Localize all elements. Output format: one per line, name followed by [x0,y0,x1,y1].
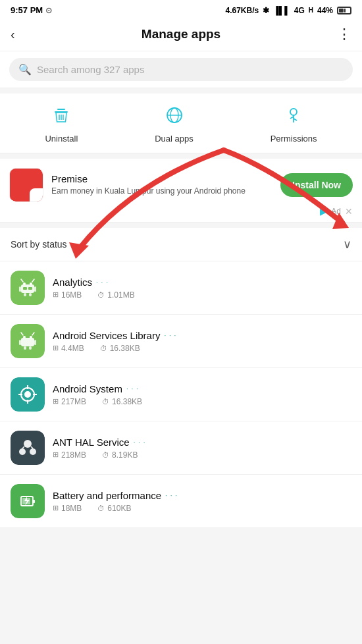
svg-line-44 [31,446,33,448]
app-cache-analytics: ⏱ 1.01MB [97,290,134,300]
svg-line-19 [21,279,23,282]
app-size-android-system: ⊞ 217MB [53,397,86,406]
svg-rect-29 [34,340,36,345]
dual-apps-icon [165,105,184,130]
ad-app-name: Premise [51,173,272,184]
svg-rect-22 [29,293,32,296]
chip-icon: ⊞ [53,504,59,512]
svg-rect-23 [23,287,27,290]
app-icon-battery-performance [11,484,45,518]
sort-dropdown-icon[interactable]: ∨ [343,237,351,252]
status-right-group: 4.67KB/s ✱ ▐▌▌ 4G H 44% [226,6,352,15]
app-size-battery-performance: ⊞ 18MB [53,504,82,513]
app-size-ant-hal: ⊞ 218MB [53,450,86,460]
svg-rect-28 [19,340,21,345]
play-store-icon: ▶ [320,206,327,217]
ad-text: Premise Earn money in Kuala Lumpur using… [51,173,272,197]
app-name-ant-hal: ANT HAL Service [53,437,130,448]
app-item-analytics[interactable]: Analytics · · · ⊞ 16MB ⏱ 1.01MB [0,261,362,315]
app-meta-analytics: ⊞ 16MB ⏱ 1.01MB [53,290,351,300]
svg-line-31 [32,333,34,335]
app-info-android-services: Android Services Library · · · ⊞ 4.4MB ⏱… [53,330,351,353]
signal-icon: ▐▌▌ [273,6,290,15]
chip-icon: ⊞ [53,344,59,352]
svg-point-40 [24,440,32,448]
ad-footer: ▶ Ad ✕ [9,202,353,222]
battery-icon [337,7,351,14]
search-container: 🔍 Search among 327 apps [0,51,362,88]
app-status-dots-android-services: · · · [164,332,176,339]
clock-icon: ⏱ [102,398,109,406]
svg-rect-27 [21,338,34,346]
app-item-ant-hal[interactable]: ANT HAL Service · · · ⊞ 218MB ⏱ 8.19KB [0,421,362,475]
install-now-button[interactable]: Install Now [280,173,353,197]
svg-rect-46 [33,500,35,503]
svg-line-30 [21,333,23,335]
svg-rect-32 [24,346,26,350]
app-status-dots-ant-hal: · · · [134,439,146,446]
quick-actions: Uninstall Dual apps Permissions [0,94,362,153]
back-button[interactable]: ‹ [11,27,34,42]
app-status-dots-android-system: · · · [126,385,139,392]
signal-lte-icon: H [309,7,313,14]
app-status-dots-analytics: · · · [96,279,109,286]
chip-icon: ⊞ [53,450,59,459]
permissions-icon [284,105,303,130]
app-size-analytics: ⊞ 16MB [53,290,82,300]
quick-action-permissions[interactable]: Permissions [271,105,317,144]
app-item-battery-performance[interactable]: Battery and performance · · · ⊞ 18MB ⏱ 6… [0,475,362,528]
app-cache-android-services: ⏱ 16.38KB [100,344,140,353]
app-meta-android-services: ⊞ 4.4MB ⏱ 16.38KB [53,344,351,353]
network-type: 4G [294,6,305,15]
app-name-android-services: Android Services Library [53,330,160,341]
ad-close-button[interactable]: ✕ [345,206,353,217]
app-icon-ant-hal [11,431,45,465]
app-cache-battery-performance: ⏱ 610KB [97,504,131,513]
svg-rect-33 [29,346,32,350]
app-status-dots-battery-performance: · · · [165,492,178,499]
svg-point-8 [290,109,297,115]
app-item-android-services-library[interactable]: Android Services Library · · · ⊞ 4.4MB ⏱… [0,315,362,368]
status-clock-icon: ⊙ [45,6,52,15]
status-speed: 4.67KB/s [226,6,259,15]
app-icon-android-services [11,324,45,358]
uninstall-icon [51,105,71,130]
quick-action-dual-apps[interactable]: Dual apps [155,105,194,144]
svg-point-35 [24,391,31,398]
app-icon-analytics [11,271,45,305]
ad-app-icon [9,168,43,202]
uninstall-label: Uninstall [45,134,78,144]
clock-icon: ⏱ [102,451,109,459]
menu-button[interactable]: ⋮ [328,26,351,43]
svg-rect-1 [57,109,65,110]
app-name-battery-performance: Battery and performance [53,490,161,501]
app-cache-android-system: ⏱ 16.38KB [102,397,142,406]
search-input[interactable]: Search among 327 apps [37,64,144,75]
status-time: 9:57 PM [11,5,43,15]
svg-point-42 [30,448,36,455]
ad-description: Earn money in Kuala Lumpur using your An… [51,186,272,197]
clock-icon: ⏱ [100,344,107,352]
svg-point-41 [19,448,26,455]
svg-rect-21 [24,293,26,296]
app-info-battery-performance: Battery and performance · · · ⊞ 18MB ⏱ 6… [53,490,351,513]
sort-bar[interactable]: Sort by status ∨ [0,228,362,261]
search-bar[interactable]: 🔍 Search among 327 apps [9,58,353,81]
status-time-group: 9:57 PM ⊙ [11,5,52,15]
quick-action-uninstall[interactable]: Uninstall [45,105,78,144]
search-icon: 🔍 [18,63,32,76]
clock-icon: ⏱ [97,504,105,512]
svg-rect-24 [28,287,32,290]
app-name-analytics: Analytics [53,277,92,288]
svg-line-20 [32,279,34,282]
ad-content: Premise Earn money in Kuala Lumpur using… [9,168,353,202]
app-info-analytics: Analytics · · · ⊞ 16MB ⏱ 1.01MB [53,277,351,300]
app-item-android-system[interactable]: Android System · · · ⊞ 217MB ⏱ 16.38KB [0,368,362,421]
app-info-android-system: Android System · · · ⊞ 217MB ⏱ 16.38KB [53,383,351,406]
dual-apps-label: Dual apps [155,134,194,144]
clock-icon-analytics: ⏱ [97,291,105,299]
app-meta-ant-hal: ⊞ 218MB ⏱ 8.19KB [53,450,351,460]
app-meta-android-system: ⊞ 217MB ⏱ 16.38KB [53,397,351,406]
battery-percent: 44% [317,6,333,15]
chip-icon: ⊞ [53,397,59,406]
